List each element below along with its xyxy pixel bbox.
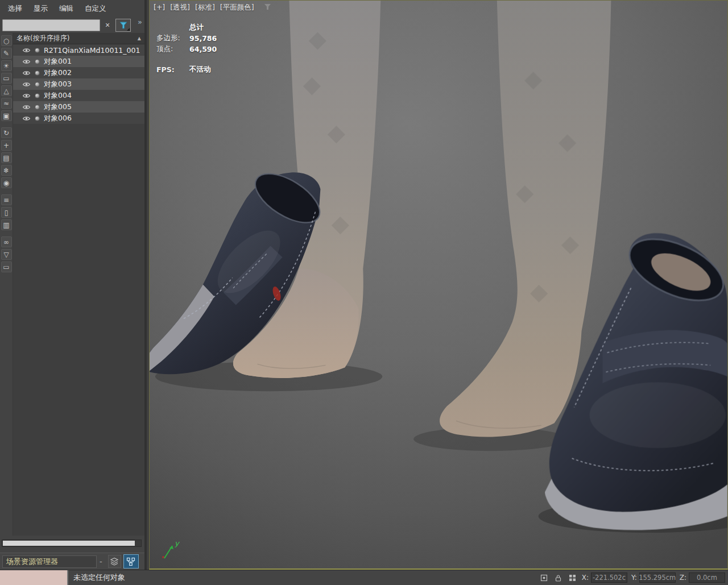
viewport-menu[interactable]: [+] <box>154 3 165 13</box>
object-properties-icon[interactable]: ▯ <box>1 207 12 218</box>
scene-explorer-panel: 选择显示编辑自定义 × » ○✎☀▭△≈▣ ↻+▤❄◉ ≡ <box>0 0 147 570</box>
explorer-menu-item[interactable]: 显示 <box>28 1 53 16</box>
maxscript-mini-listener[interactable] <box>0 570 68 585</box>
explorer-search-row: × » <box>0 17 144 33</box>
coordinate-label: Y: <box>631 574 637 582</box>
display-spacewarps-icon[interactable]: ≈ <box>1 98 12 109</box>
scrollbar-thumb[interactable] <box>3 541 135 546</box>
coordinate-value-input[interactable]: -221.502c <box>591 572 627 583</box>
visibility-eye-icon[interactable] <box>22 93 31 99</box>
status-prompt: 未选定任何对象 <box>73 572 125 583</box>
tree-row[interactable]: 对象004 <box>13 90 144 101</box>
display-containers-icon[interactable]: ▤ <box>1 152 12 163</box>
name-column-header[interactable]: 名称(按升序排序) ▲ <box>13 33 144 44</box>
coordinate-value-input[interactable]: 0.0cm <box>689 572 725 583</box>
edit-tools-icon[interactable]: + <box>1 140 12 151</box>
layer-explorer-button[interactable] <box>108 555 121 568</box>
viewport-statistics: 总计 多边形: 95,786 顶点: 64,590 FPS: 不活动 <box>156 22 217 75</box>
visibility-eye-icon[interactable] <box>22 47 31 53</box>
scene-3d-render[interactable] <box>150 1 727 569</box>
axis-gizmo: y <box>156 539 185 562</box>
layers-icon <box>110 557 119 566</box>
coordinate-value-input[interactable]: 155.295cm <box>639 572 676 583</box>
stats-poly-label: 多边形: <box>156 34 184 43</box>
tree-row[interactable]: 对象006 <box>13 113 144 124</box>
axis-y-label: y <box>175 539 180 547</box>
tree-row[interactable]: R2T1QianXiaMd10011_001 <box>13 44 144 56</box>
render-dot-icon[interactable] <box>35 70 40 76</box>
toolbar-group-display: ○✎☀▭△≈▣ <box>1 35 12 121</box>
coordinate-field: X: -221.502c <box>582 572 627 583</box>
explorer-footer: 场景资源管理器 - <box>0 553 144 570</box>
viewport-filter-icon[interactable] <box>264 3 271 12</box>
display-xrefs-icon[interactable]: ↻ <box>1 127 12 138</box>
absolute-mode-transform-icon[interactable] <box>568 572 578 583</box>
filter-button[interactable] <box>115 19 131 32</box>
viewport-menu[interactable]: [透视] <box>170 3 190 13</box>
object-name: 对象003 <box>44 80 72 89</box>
tree-row[interactable]: 对象001 <box>13 56 144 67</box>
sort-ascending-icon[interactable]: ▲ <box>138 36 141 41</box>
visibility-eye-icon[interactable] <box>22 81 31 88</box>
object-name: 对象002 <box>44 68 72 78</box>
panel-title-tab[interactable]: 场景资源管理器 <box>2 555 97 568</box>
viewport-menu[interactable]: [平面颜色] <box>220 3 254 13</box>
collapse-button[interactable]: - <box>100 557 102 566</box>
render-dot-icon[interactable] <box>35 59 40 64</box>
visibility-eye-icon[interactable] <box>22 115 31 122</box>
tree-row[interactable]: 对象003 <box>13 78 144 90</box>
3dsmax-window: 选择显示编辑自定义 × » ○✎☀▭△≈▣ ↻+▤❄◉ ≡ <box>0 0 728 585</box>
materials-list-icon[interactable]: ≡ <box>1 194 12 205</box>
display-frozen-icon[interactable]: ❄ <box>1 165 12 176</box>
explorer-body: ○✎☀▭△≈▣ ↻+▤❄◉ ≡▯▥ ∞▽▭ 名称(按升序排序) ▲ <box>0 33 144 536</box>
coordinate-field: Z: 0.0cm <box>680 572 725 583</box>
explorer-menu-item[interactable]: 自定义 <box>79 1 112 16</box>
render-dot-icon[interactable] <box>35 93 40 98</box>
stats-fps-label: FPS: <box>156 65 184 74</box>
visibility-eye-icon[interactable] <box>22 59 31 65</box>
link-icon[interactable]: ∞ <box>1 237 12 247</box>
stats-poly-value: 95,786 <box>189 34 217 43</box>
display-geometry-icon[interactable]: ○ <box>1 35 12 46</box>
tree-row[interactable]: 对象005 <box>13 101 144 113</box>
selection-lock-icon[interactable] <box>553 572 564 583</box>
overflow-chevrons-icon[interactable]: » <box>138 18 142 26</box>
search-input[interactable] <box>2 19 100 31</box>
perspective-viewport[interactable]: [+][透视][标准][平面颜色] 总计 多边形: 95,786 顶点: 64,… <box>149 0 728 570</box>
notes-list-icon[interactable]: ▥ <box>1 219 12 230</box>
visibility-eye-icon[interactable] <box>22 70 31 76</box>
column-title: 名称(按升序排序) <box>16 34 69 43</box>
display-cameras-icon[interactable]: ▭ <box>1 73 12 84</box>
render-dot-icon[interactable] <box>35 82 40 87</box>
filter-funnel-icon[interactable]: ▽ <box>1 249 12 260</box>
display-lights-icon[interactable]: ☀ <box>1 60 12 71</box>
visibility-eye-icon[interactable] <box>22 104 31 110</box>
object-name: 对象005 <box>44 102 72 112</box>
coordinate-field: Y: 155.295cm <box>631 572 676 583</box>
object-name: 对象004 <box>44 91 72 101</box>
display-shapes-icon[interactable]: ✎ <box>1 48 12 59</box>
explorer-menu-item[interactable]: 编辑 <box>53 1 79 16</box>
coordinate-display-area: X: -221.502c Y: 155.295cm Z: 0.0cm <box>539 572 728 583</box>
selection-set-icon[interactable]: ▭ <box>1 262 12 272</box>
object-name: R2T1QianXiaMd10011_001 <box>44 46 140 55</box>
display-helpers-icon[interactable]: △ <box>1 85 12 96</box>
coordinate-label: Z: <box>680 574 686 582</box>
explorer-filter-toolbar: ○✎☀▭△≈▣ ↻+▤❄◉ ≡▯▥ ∞▽▭ <box>0 33 13 536</box>
horizontal-scrollbar[interactable] <box>2 540 142 547</box>
clear-search-button[interactable]: × <box>102 19 113 31</box>
funnel-icon <box>119 21 128 30</box>
display-hidden-icon[interactable]: ◉ <box>1 177 12 188</box>
coordinate-fields: X: -221.502c Y: 155.295cm Z: 0.0cm <box>582 572 725 583</box>
tree-row[interactable]: 对象002 <box>13 67 144 78</box>
render-dot-icon[interactable] <box>35 116 40 121</box>
hierarchy-view-button[interactable] <box>123 554 139 569</box>
isolate-selection-icon[interactable] <box>539 572 549 583</box>
explorer-menubar: 选择显示编辑自定义 <box>0 0 144 17</box>
display-groups-icon[interactable]: ▣ <box>1 110 12 121</box>
explorer-menu-item[interactable]: 选择 <box>2 1 28 16</box>
viewport-menu[interactable]: [标准] <box>195 3 215 13</box>
toolbar-group-lists: ≡▯▥ <box>1 194 12 230</box>
render-dot-icon[interactable] <box>35 105 40 110</box>
render-dot-icon[interactable] <box>35 48 40 53</box>
